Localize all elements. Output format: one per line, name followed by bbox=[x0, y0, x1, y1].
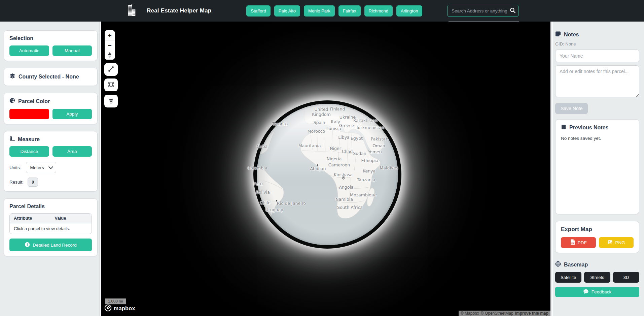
parcel-details-title: Parcel Details bbox=[9, 203, 92, 210]
chat-icon bbox=[583, 289, 589, 295]
previous-notes-empty: No notes saved yet. bbox=[561, 136, 634, 141]
measure-title: Measure bbox=[18, 136, 40, 143]
parcel-color-title: Parcel Color bbox=[18, 98, 50, 104]
automatic-button[interactable]: Automatic bbox=[9, 45, 49, 56]
your-name-input[interactable] bbox=[555, 50, 639, 62]
attribution-improve-link[interactable]: Improve this map bbox=[515, 311, 548, 316]
parcel-details-table: Attribute Value Click a parcel to view d… bbox=[9, 213, 92, 234]
navbar-inner: Real Estate Helper Map StaffordPalo Alto… bbox=[125, 0, 519, 22]
notes-icon bbox=[555, 31, 561, 38]
basemap-section: Basemap SatelliteStreets3D Feedback bbox=[555, 261, 639, 297]
value-column-header: Value bbox=[51, 214, 92, 223]
search-icon bbox=[509, 10, 516, 15]
notes-section: Notes GID: None Save Note bbox=[555, 31, 639, 114]
apply-color-button[interactable]: Apply bbox=[52, 109, 92, 119]
feedback-label: Feedback bbox=[592, 289, 611, 294]
left-sidebar: Selection Automatic Manual County Select… bbox=[0, 22, 101, 316]
map-canvas[interactable]: TorontoCubaColombiaPeruBoliviaChileUrugu… bbox=[101, 22, 550, 316]
mapbox-logo-text: mapbox bbox=[114, 306, 135, 312]
search-input[interactable] bbox=[447, 5, 519, 17]
export-png-button[interactable]: PNG bbox=[599, 237, 634, 248]
export-pdf-label: PDF bbox=[578, 240, 587, 245]
city-button-fairfax[interactable]: Fairfax bbox=[338, 5, 361, 17]
parcel-color-panel: Parcel Color Apply bbox=[4, 93, 98, 124]
note-textarea[interactable] bbox=[555, 65, 639, 97]
detailed-land-record-label: Detailed Land Record bbox=[33, 243, 77, 248]
attribution-osm[interactable]: © OpenStreetMap bbox=[481, 311, 513, 316]
draw-polygon-button[interactable] bbox=[104, 78, 118, 91]
book-icon bbox=[561, 124, 566, 131]
county-selected-label: County Selected - None bbox=[19, 74, 79, 80]
mapbox-logo-icon bbox=[104, 304, 112, 313]
city-button-richmond[interactable]: Richmond bbox=[364, 5, 393, 17]
compass-icon bbox=[108, 52, 112, 58]
draw-line-icon bbox=[108, 66, 114, 73]
map-scale: 1,000 mi bbox=[105, 298, 126, 304]
map-attribution: © Mapbox © OpenStreetMap Improve this ma… bbox=[459, 311, 550, 316]
basemap-title: Basemap bbox=[564, 262, 588, 268]
chevron-down-icon bbox=[48, 164, 53, 169]
zoom-in-button[interactable]: + bbox=[105, 30, 115, 40]
trash-icon bbox=[108, 98, 114, 105]
distance-button[interactable]: Distance bbox=[9, 146, 49, 157]
navbar: Real Estate Helper Map StaffordPalo Alto… bbox=[0, 0, 644, 22]
layers-icon bbox=[9, 73, 15, 81]
city-button-stafford[interactable]: Stafford bbox=[246, 5, 270, 17]
brand: Real Estate Helper Map bbox=[125, 4, 211, 18]
basemap-button-streets[interactable]: Streets bbox=[584, 272, 610, 283]
feedback-button[interactable]: Feedback bbox=[555, 287, 639, 297]
county-panel[interactable]: County Selected - None bbox=[4, 68, 98, 86]
result-value-badge: 0 bbox=[28, 178, 38, 187]
basemap-button-satellite[interactable]: Satellite bbox=[555, 272, 581, 283]
mapbox-logo[interactable]: mapbox bbox=[104, 304, 135, 313]
image-file-icon bbox=[607, 240, 613, 246]
notes-title: Notes bbox=[564, 32, 579, 38]
export-map-panel: Export Map PDF PDF bbox=[555, 221, 639, 253]
basemap-button-3d[interactable]: 3D bbox=[613, 272, 639, 283]
parcel-details-panel: Parcel Details Attribute Value Click a p… bbox=[4, 198, 98, 256]
export-png-label: PNG bbox=[615, 240, 625, 245]
table-header: Attribute Value bbox=[10, 214, 92, 223]
svg-text:PDF: PDF bbox=[571, 242, 574, 244]
building-logo-icon bbox=[125, 4, 137, 18]
previous-notes-panel: Previous Notes No notes saved yet. bbox=[555, 119, 639, 214]
info-icon bbox=[25, 242, 30, 248]
units-selected-value: Meters bbox=[30, 165, 44, 170]
zoom-out-button[interactable]: − bbox=[105, 40, 115, 50]
trash-button[interactable] bbox=[104, 95, 118, 107]
draw-line-button[interactable] bbox=[104, 63, 118, 76]
attribute-column-header: Attribute bbox=[10, 214, 51, 223]
selection-panel: Selection Automatic Manual bbox=[4, 30, 98, 61]
search-box bbox=[447, 5, 519, 17]
basemap-buttons: SatelliteStreets3D bbox=[555, 272, 639, 283]
city-button-menlo-park[interactable]: Menlo Park bbox=[304, 5, 335, 17]
units-label: Units: bbox=[9, 165, 21, 170]
draw-polygon-icon bbox=[108, 82, 114, 89]
city-buttons: StaffordPalo AltoMenlo ParkFairfaxRichmo… bbox=[246, 5, 422, 17]
search-button[interactable] bbox=[509, 7, 517, 15]
attribution-mapbox[interactable]: © Mapbox bbox=[461, 311, 479, 316]
city-button-palo-alto[interactable]: Palo Alto bbox=[274, 5, 300, 17]
manual-button[interactable]: Manual bbox=[52, 45, 92, 56]
map-zoom-controls: + − bbox=[105, 30, 115, 60]
search-underline bbox=[449, 22, 519, 22]
ruler-icon bbox=[9, 136, 15, 143]
right-sidebar: Notes GID: None Save Note bbox=[550, 22, 644, 316]
selection-title: Selection bbox=[9, 35, 92, 41]
result-label: Result: bbox=[9, 180, 24, 185]
globe bbox=[253, 100, 401, 249]
gid-label: GID: None bbox=[555, 41, 639, 46]
table-empty-row: Click a parcel to view details. bbox=[10, 223, 92, 234]
export-pdf-button[interactable]: PDF PDF bbox=[561, 237, 596, 248]
detailed-land-record-button[interactable]: Detailed Land Record bbox=[9, 239, 92, 251]
previous-notes-title: Previous Notes bbox=[569, 125, 608, 131]
city-button-arlington[interactable]: Arlington bbox=[396, 5, 422, 17]
pdf-file-icon: PDF bbox=[570, 239, 575, 246]
minus-icon: − bbox=[108, 42, 111, 49]
compass-button[interactable] bbox=[105, 50, 115, 60]
save-note-button[interactable]: Save Note bbox=[555, 103, 588, 114]
color-swatch[interactable] bbox=[9, 109, 49, 119]
area-button[interactable]: Area bbox=[52, 146, 92, 157]
units-select[interactable]: Meters bbox=[26, 162, 56, 173]
app-root: Real Estate Helper Map StaffordPalo Alto… bbox=[0, 0, 644, 316]
